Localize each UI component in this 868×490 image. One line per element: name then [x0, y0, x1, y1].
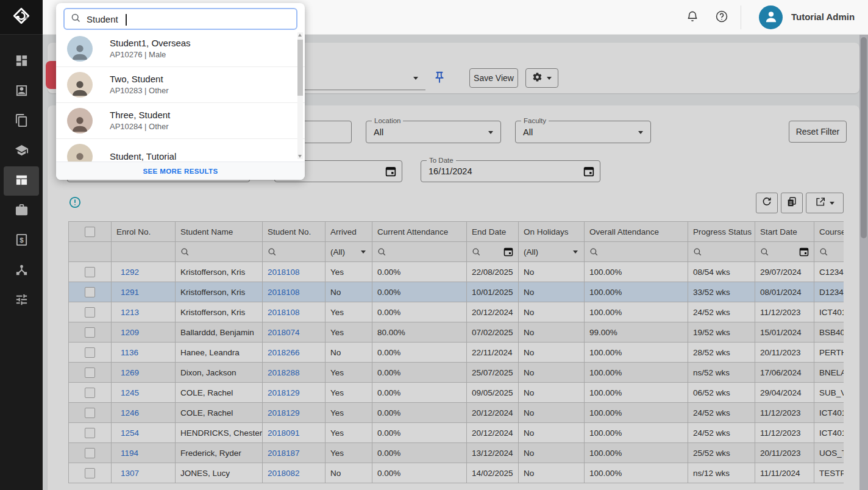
sidebar-item-courses[interactable] [4, 137, 39, 166]
scroll-down-icon[interactable] [298, 155, 302, 158]
search-box[interactable] [63, 8, 297, 30]
svg-text:$: $ [20, 236, 24, 243]
sidebar-item-contacts[interactable] [4, 77, 39, 106]
sidebar-item-network[interactable] [4, 256, 39, 285]
search-result-item[interactable]: Student, Tutorial [56, 139, 305, 162]
student-avatar [67, 72, 93, 98]
briefcase-icon [15, 203, 29, 219]
bell-icon [686, 10, 699, 26]
search-input[interactable] [87, 14, 290, 24]
search-result-item[interactable]: Student1, Overseas AP10276 | Male [56, 31, 305, 67]
logo-icon [12, 7, 30, 27]
layout-icon [15, 173, 29, 190]
global-search-dropdown: Student1, Overseas AP10276 | Male Two, S… [56, 3, 305, 180]
user-avatar[interactable] [759, 5, 783, 29]
invoice-icon: $ [15, 233, 29, 249]
search-icon [71, 13, 81, 26]
sidebar-item-finance[interactable]: $ [4, 226, 39, 255]
app-logo[interactable] [0, 0, 43, 35]
help-icon [715, 10, 728, 26]
see-more-results-link[interactable]: SEE MORE RESULTS [56, 162, 305, 180]
sidebar-item-attendance[interactable] [4, 166, 39, 196]
student-avatar [67, 144, 93, 162]
dashboard-icon [15, 54, 29, 70]
tune-icon [15, 293, 29, 309]
network-icon [15, 263, 29, 279]
sidebar-item-jobs[interactable] [4, 196, 39, 225]
header-divider [741, 5, 741, 29]
user-name[interactable]: Tutorial Admin [791, 12, 855, 22]
help-button[interactable] [713, 9, 730, 26]
notifications-button[interactable] [684, 9, 701, 26]
search-results-list: Student1, Overseas AP10276 | Male Two, S… [56, 31, 305, 162]
sidebar-item-settings[interactable] [4, 286, 39, 315]
sidebar-item-documents[interactable] [4, 107, 39, 136]
contacts-icon [15, 83, 29, 100]
student-avatar [67, 36, 93, 62]
dropdown-scrollbar-thumb[interactable] [297, 40, 303, 96]
graduation-cap-icon [15, 143, 29, 160]
documents-icon [15, 113, 29, 130]
sidebar: $ [0, 0, 43, 490]
sidebar-item-dashboard[interactable] [4, 47, 39, 76]
student-avatar [67, 108, 93, 133]
user-avatar-icon [763, 9, 779, 27]
search-result-item[interactable]: Two, Student AP10283 | Other [56, 67, 305, 103]
dropdown-scrollbar[interactable] [297, 32, 303, 159]
search-result-item[interactable]: Three, Student AP10284 | Other [56, 103, 305, 139]
text-cursor [126, 14, 127, 26]
scroll-up-icon[interactable] [298, 34, 302, 37]
